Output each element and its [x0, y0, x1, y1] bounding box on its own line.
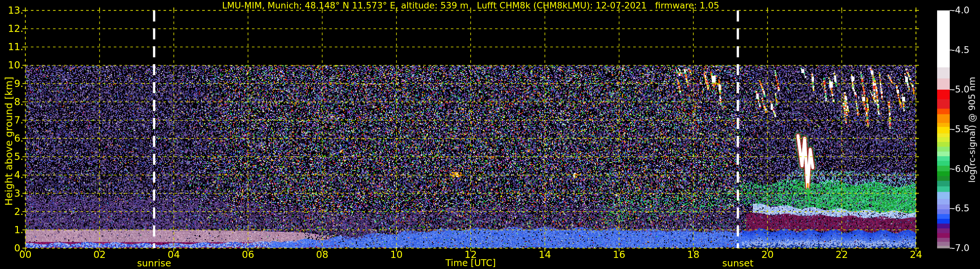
y-tick-label: 6.	[0, 133, 24, 144]
x-tick-label: 18	[679, 250, 708, 260]
colorbar-tick-label: -7.0	[952, 243, 980, 253]
y-tick-label: 1.	[0, 225, 24, 235]
x-tick-label: 16	[605, 250, 634, 260]
x-tick-label: 08	[307, 250, 337, 260]
y-tick-label: 9.	[0, 78, 24, 89]
x-tick-label: 10	[382, 250, 411, 260]
x-tick-label: 02	[85, 250, 114, 260]
colorbar-tick-label: -4.0	[952, 6, 980, 15]
x-tick-label: 22	[827, 250, 856, 260]
x-tick-label: 12	[456, 250, 485, 260]
y-tick-label: 11.	[0, 42, 24, 52]
y-tick-label: 10.	[0, 60, 24, 70]
y-tick-label: 12.	[0, 24, 24, 34]
page-title: LMU-MIM, Munich; 48.148° N 11.573° E, al…	[25, 0, 916, 10]
y-tick-label: 8.	[0, 97, 24, 107]
colorbar-tick-label: -6.0	[952, 164, 980, 174]
colorbar-tick-label: -5.0	[952, 85, 980, 94]
x-tick-label: 20	[753, 250, 782, 260]
colorbar-tick-label: -5.5	[952, 125, 980, 134]
y-tick-label: 2.	[0, 207, 24, 217]
x-tick-label: 04	[159, 250, 189, 260]
y-tick-label: 13.	[0, 5, 24, 16]
y-tick-label: 3.	[0, 188, 24, 199]
colorbar-tick-label: -6.5	[952, 203, 980, 213]
colorbar-tick-label: -4.5	[952, 45, 980, 55]
y-tick-label: 5.	[0, 151, 24, 162]
x-tick-label: 06	[233, 250, 262, 260]
y-tick-label: 4.	[0, 170, 24, 180]
heatmap-canvas	[0, 0, 980, 269]
x-tick-label: 14	[530, 250, 559, 260]
y-tick-label: 7.	[0, 115, 24, 125]
x-tick-label: 00	[11, 250, 40, 260]
x-tick-label: 24	[901, 250, 931, 260]
ceilometer-quicklook-window: LMU-MIM, Munich; 48.148° N 11.573° E, al…	[0, 0, 980, 269]
